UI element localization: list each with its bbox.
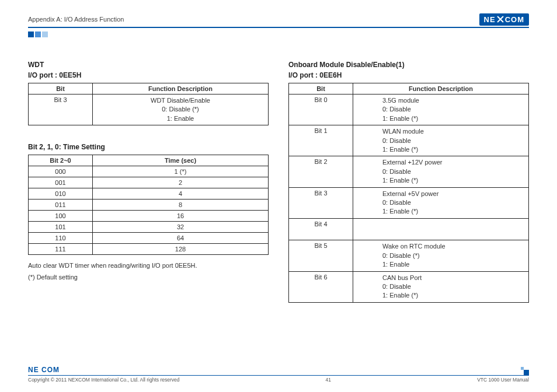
right-column: Onboard Module Disable/Enable(1) I/O por… — [288, 60, 529, 303]
onboard-heading-2: I/O port : 0EE6H — [288, 70, 529, 80]
logo-right: COM — [505, 15, 524, 24]
footer-logo: NE COM — [28, 366, 60, 375]
footer-rule — [28, 375, 529, 376]
wdt-th-desc: Function Description — [93, 83, 269, 94]
wdt-bit-cell: Bit 3 — [29, 94, 93, 125]
left-column: WDT I/O port : 0EE5H Bit Function Descri… — [28, 60, 269, 303]
ob-th-desc: Function Description — [353, 83, 529, 94]
table-row: Bit 4 — [289, 218, 529, 240]
table-row: 10016 — [29, 211, 269, 222]
table-row: Bit 2External +12V power 0: Disable 1: E… — [289, 156, 529, 187]
table-row: Bit 5Wake on RTC module 0: Disable (*) 1… — [289, 240, 529, 271]
manual-name: VTC 1000 User Manual — [477, 377, 529, 383]
table-row: Bit 6CAN bus Port 0: Disable 1: Enable (… — [289, 271, 529, 302]
wdt-heading-2: I/O port : 0EE5H — [28, 70, 269, 80]
appendix-title: Appendix A: I/O Address Function — [28, 16, 124, 23]
wdt-heading-1: WDT — [28, 60, 269, 70]
table-row: 0012 — [29, 177, 269, 188]
onboard-heading-1: Onboard Module Disable/Enable(1) — [288, 60, 529, 70]
logo-left: NE — [484, 15, 496, 24]
ob-th-bit: Bit — [289, 83, 353, 94]
table-row: 0118 — [29, 200, 269, 211]
note-default: (*) Default setting — [28, 272, 269, 283]
logo-x-icon — [496, 15, 504, 23]
copyright: Copyright © 2011 NEXCOM International Co… — [28, 377, 180, 383]
time-setting-heading: Bit 2, 1, 0: Time Setting — [28, 143, 269, 151]
table-row: 0001 (*) — [29, 166, 269, 177]
table-row: 111128 — [29, 244, 269, 255]
wdt-table: Bit Function Description Bit 3 WDT Disab… — [28, 83, 269, 125]
ts-th-time: Time (sec) — [93, 155, 269, 166]
table-row: Bit 03.5G module 0: Disable 1: Enable (*… — [289, 94, 529, 125]
header-rule — [28, 27, 529, 28]
footer-deco-icon — [521, 367, 529, 375]
note-autoclear: Auto clear WDT timer when reading/writin… — [28, 261, 269, 271]
wdt-th-bit: Bit — [29, 83, 93, 94]
time-setting-table: Bit 2~0 Time (sec) 0001 (*) 0012 0104 01… — [28, 155, 269, 255]
table-row: Bit 1WLAN module 0: Disable 1: Enable (*… — [289, 125, 529, 156]
page-number: 41 — [326, 377, 331, 383]
page-footer: NE COM Copyright © 2011 NEXCOM Internati… — [28, 366, 529, 383]
wdt-desc-cell: WDT Disable/Enable 0: Disable (*) 1: Ena… — [93, 94, 269, 125]
decorative-squares — [28, 32, 529, 37]
ts-th-bits: Bit 2~0 — [29, 155, 93, 166]
table-row: 0104 — [29, 188, 269, 200]
logo-header: NE COM — [479, 13, 529, 26]
table-row: Bit 3External +5V power 0: Disable 1: En… — [289, 187, 529, 218]
table-row: 10132 — [29, 222, 269, 233]
onboard-table: Bit Function Description Bit 03.5G modul… — [288, 83, 529, 303]
table-row: 11064 — [29, 233, 269, 244]
